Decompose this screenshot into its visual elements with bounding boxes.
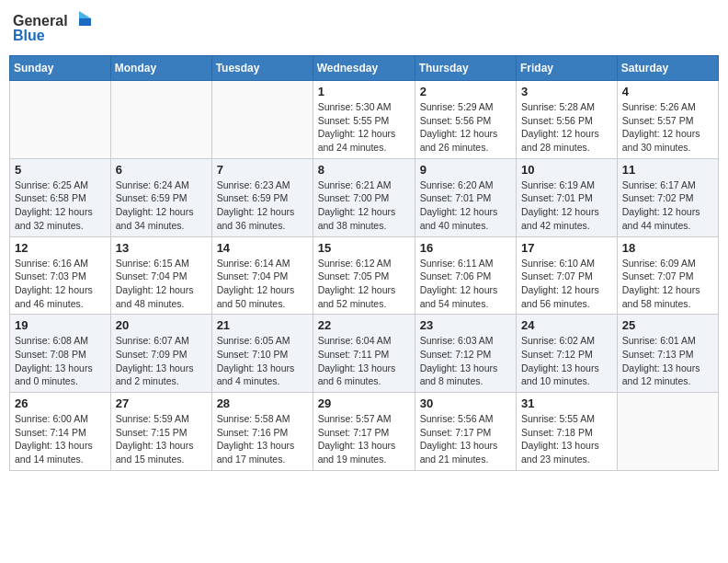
day-cell: 9Sunrise: 6:20 AMSunset: 7:01 PMDaylight…	[415, 158, 516, 236]
day-cell: 6Sunrise: 6:24 AMSunset: 6:59 PMDaylight…	[110, 158, 211, 236]
day-cell: 14Sunrise: 6:14 AMSunset: 7:04 PMDayligh…	[211, 236, 313, 315]
day-number: 20	[116, 318, 207, 332]
day-info: Sunrise: 6:00 AMSunset: 7:14 PMDaylight:…	[15, 412, 106, 466]
day-cell: 12Sunrise: 6:16 AMSunset: 7:03 PMDayligh…	[10, 236, 111, 315]
day-cell: 24Sunrise: 6:02 AMSunset: 7:12 PMDayligh…	[517, 315, 618, 393]
day-info: Sunrise: 5:30 AMSunset: 5:55 PMDaylight:…	[318, 100, 410, 155]
day-number: 24	[521, 318, 612, 332]
day-number: 8	[318, 163, 410, 177]
day-number: 6	[116, 163, 207, 177]
day-number: 27	[116, 396, 207, 410]
day-info: Sunrise: 6:20 AMSunset: 7:01 PMDaylight:…	[420, 178, 511, 233]
day-cell: 21Sunrise: 6:05 AMSunset: 7:10 PMDayligh…	[211, 315, 313, 393]
day-info: Sunrise: 5:58 AMSunset: 7:16 PMDaylight:…	[217, 412, 308, 466]
day-cell	[10, 81, 111, 159]
day-cell: 26Sunrise: 6:00 AMSunset: 7:14 PMDayligh…	[10, 393, 111, 471]
day-cell: 5Sunrise: 6:25 AMSunset: 6:58 PMDaylight…	[10, 158, 111, 236]
day-info: Sunrise: 5:26 AMSunset: 5:57 PMDaylight:…	[622, 100, 713, 155]
day-number: 29	[318, 396, 410, 410]
day-info: Sunrise: 5:57 AMSunset: 7:17 PMDaylight:…	[318, 412, 410, 466]
day-number: 31	[521, 396, 612, 410]
day-info: Sunrise: 6:23 AMSunset: 6:59 PMDaylight:…	[217, 178, 308, 233]
day-cell: 22Sunrise: 6:04 AMSunset: 7:11 PMDayligh…	[313, 315, 415, 393]
day-info: Sunrise: 5:56 AMSunset: 7:17 PMDaylight:…	[420, 412, 511, 466]
day-info: Sunrise: 6:08 AMSunset: 7:08 PMDaylight:…	[15, 334, 106, 388]
col-header-sunday: Sunday	[10, 56, 111, 81]
day-cell: 30Sunrise: 5:56 AMSunset: 7:17 PMDayligh…	[415, 393, 516, 471]
day-cell: 13Sunrise: 6:15 AMSunset: 7:04 PMDayligh…	[110, 236, 211, 315]
day-cell: 27Sunrise: 5:59 AMSunset: 7:15 PMDayligh…	[110, 393, 211, 471]
day-info: Sunrise: 6:16 AMSunset: 7:03 PMDaylight:…	[15, 257, 106, 311]
week-row-4: 19Sunrise: 6:08 AMSunset: 7:08 PMDayligh…	[10, 315, 719, 393]
day-cell: 20Sunrise: 6:07 AMSunset: 7:09 PMDayligh…	[110, 315, 211, 393]
day-cell: 7Sunrise: 6:23 AMSunset: 6:59 PMDaylight…	[211, 158, 313, 236]
day-cell: 1Sunrise: 5:30 AMSunset: 5:55 PMDaylight…	[313, 81, 415, 159]
day-cell: 31Sunrise: 5:55 AMSunset: 7:18 PMDayligh…	[517, 393, 618, 471]
day-info: Sunrise: 6:14 AMSunset: 7:04 PMDaylight:…	[217, 257, 308, 311]
week-row-5: 26Sunrise: 6:00 AMSunset: 7:14 PMDayligh…	[10, 393, 719, 471]
day-info: Sunrise: 5:59 AMSunset: 7:15 PMDaylight:…	[116, 412, 207, 466]
day-cell: 23Sunrise: 6:03 AMSunset: 7:12 PMDayligh…	[415, 315, 516, 393]
day-cell: 29Sunrise: 5:57 AMSunset: 7:17 PMDayligh…	[313, 393, 415, 471]
day-number: 25	[622, 318, 713, 332]
day-number: 9	[420, 163, 511, 177]
day-info: Sunrise: 6:25 AMSunset: 6:58 PMDaylight:…	[15, 178, 106, 233]
day-cell: 16Sunrise: 6:11 AMSunset: 7:06 PMDayligh…	[415, 236, 516, 315]
col-header-thursday: Thursday	[415, 56, 516, 81]
day-number: 16	[420, 241, 511, 255]
day-cell: 25Sunrise: 6:01 AMSunset: 7:13 PMDayligh…	[617, 315, 718, 393]
calendar-table: SundayMondayTuesdayWednesdayThursdayFrid…	[9, 55, 719, 471]
day-info: Sunrise: 5:55 AMSunset: 7:18 PMDaylight:…	[521, 412, 612, 466]
day-number: 26	[15, 396, 106, 410]
day-cell: 2Sunrise: 5:29 AMSunset: 5:56 PMDaylight…	[415, 81, 516, 159]
day-cell: 17Sunrise: 6:10 AMSunset: 7:07 PMDayligh…	[517, 236, 618, 315]
day-number: 4	[622, 85, 713, 98]
day-number: 3	[521, 85, 612, 98]
day-number: 12	[15, 241, 106, 255]
col-header-tuesday: Tuesday	[211, 56, 313, 81]
day-cell: 4Sunrise: 5:26 AMSunset: 5:57 PMDaylight…	[617, 81, 718, 159]
day-info: Sunrise: 6:04 AMSunset: 7:11 PMDaylight:…	[318, 334, 410, 388]
page-header: GeneralBlue	[9, 9, 719, 48]
day-number: 28	[217, 396, 308, 410]
day-info: Sunrise: 6:02 AMSunset: 7:12 PMDaylight:…	[521, 334, 612, 388]
day-info: Sunrise: 6:10 AMSunset: 7:07 PMDaylight:…	[521, 257, 612, 311]
col-header-saturday: Saturday	[617, 56, 718, 81]
day-cell: 15Sunrise: 6:12 AMSunset: 7:05 PMDayligh…	[313, 236, 415, 315]
day-number: 17	[521, 241, 612, 255]
day-cell: 18Sunrise: 6:09 AMSunset: 7:07 PMDayligh…	[617, 236, 718, 315]
logo-svg: GeneralBlue	[13, 9, 96, 48]
day-cell: 8Sunrise: 6:21 AMSunset: 7:00 PMDaylight…	[313, 158, 415, 236]
week-row-2: 5Sunrise: 6:25 AMSunset: 6:58 PMDaylight…	[10, 158, 719, 236]
day-number: 5	[15, 163, 106, 177]
day-info: Sunrise: 5:29 AMSunset: 5:56 PMDaylight:…	[420, 100, 511, 155]
day-info: Sunrise: 6:09 AMSunset: 7:07 PMDaylight:…	[622, 257, 713, 311]
day-number: 18	[622, 241, 713, 255]
day-info: Sunrise: 6:03 AMSunset: 7:12 PMDaylight:…	[420, 334, 511, 388]
svg-text:General: General	[13, 13, 68, 29]
day-info: Sunrise: 6:24 AMSunset: 6:59 PMDaylight:…	[116, 178, 207, 233]
day-info: Sunrise: 6:19 AMSunset: 7:01 PMDaylight:…	[521, 178, 612, 233]
day-number: 10	[521, 163, 612, 177]
svg-text:Blue: Blue	[13, 28, 45, 43]
day-info: Sunrise: 6:01 AMSunset: 7:13 PMDaylight:…	[622, 334, 713, 388]
day-cell	[211, 81, 313, 159]
day-cell	[617, 393, 718, 471]
week-row-1: 1Sunrise: 5:30 AMSunset: 5:55 PMDaylight…	[10, 81, 719, 159]
day-info: Sunrise: 6:21 AMSunset: 7:00 PMDaylight:…	[318, 178, 410, 233]
day-info: Sunrise: 6:05 AMSunset: 7:10 PMDaylight:…	[217, 334, 308, 388]
day-number: 30	[420, 396, 511, 410]
day-info: Sunrise: 6:07 AMSunset: 7:09 PMDaylight:…	[116, 334, 207, 388]
day-number: 13	[116, 241, 207, 255]
day-cell: 28Sunrise: 5:58 AMSunset: 7:16 PMDayligh…	[211, 393, 313, 471]
day-number: 14	[217, 241, 308, 255]
col-header-friday: Friday	[517, 56, 618, 81]
day-number: 23	[420, 318, 511, 332]
day-number: 19	[15, 318, 106, 332]
day-number: 2	[420, 85, 511, 98]
day-cell: 10Sunrise: 6:19 AMSunset: 7:01 PMDayligh…	[517, 158, 618, 236]
logo: GeneralBlue	[13, 9, 96, 48]
svg-marker-2	[79, 18, 91, 26]
day-number: 1	[318, 85, 410, 98]
day-cell: 3Sunrise: 5:28 AMSunset: 5:56 PMDaylight…	[517, 81, 618, 159]
